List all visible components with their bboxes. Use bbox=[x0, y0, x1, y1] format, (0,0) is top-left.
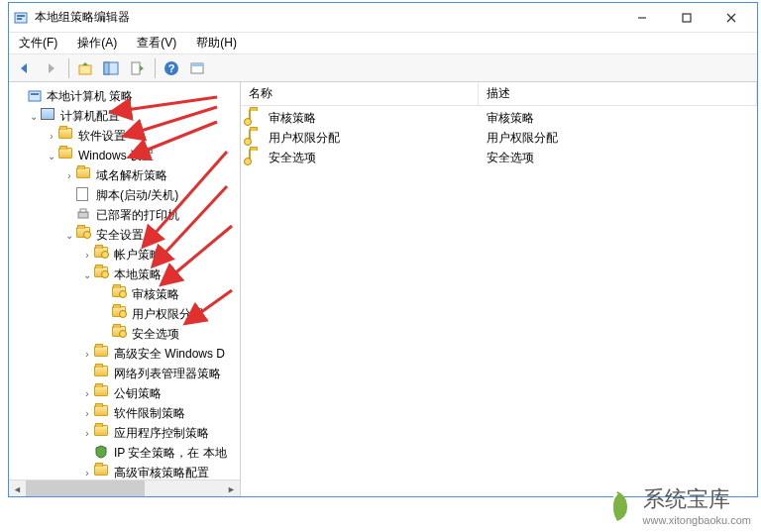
watermark-logo-icon bbox=[599, 487, 635, 523]
tree-network-list[interactable]: 网络列表管理器策略 bbox=[9, 364, 240, 383]
forward-button[interactable] bbox=[39, 56, 62, 80]
tree-software-restrict[interactable]: › 软件限制策略 bbox=[9, 403, 240, 423]
svg-rect-4 bbox=[683, 14, 691, 22]
tree-panel[interactable]: 本地计算机 策略 ⌄ 计算机配置 › 软件设置 ⌄ Windows 设置 › 域… bbox=[9, 82, 241, 496]
properties-button[interactable] bbox=[185, 56, 209, 80]
chevron-right-icon[interactable]: › bbox=[45, 129, 58, 143]
content-area: 本地计算机 策略 ⌄ 计算机配置 › 软件设置 ⌄ Windows 设置 › 域… bbox=[9, 82, 757, 496]
chevron-right-icon[interactable]: › bbox=[80, 248, 94, 262]
tree-audit-policy[interactable]: 审核策略 bbox=[9, 284, 240, 304]
folder-icon bbox=[58, 148, 74, 163]
list-row[interactable]: 安全选项安全选项 bbox=[241, 148, 757, 167]
folder-icon bbox=[94, 385, 110, 401]
list-body: 审核策略审核策略用户权限分配用户权限分配安全选项安全选项 bbox=[241, 106, 757, 169]
folder-icon bbox=[112, 306, 128, 322]
policy-icon bbox=[27, 88, 43, 104]
scroll-thumb[interactable] bbox=[26, 480, 145, 496]
expander-icon[interactable] bbox=[13, 89, 27, 103]
printer-icon bbox=[76, 207, 92, 223]
svg-rect-10 bbox=[132, 62, 140, 74]
maximize-button[interactable] bbox=[664, 4, 708, 32]
tree-local-policies[interactable]: ⌄ 本地策略 bbox=[9, 265, 240, 284]
shield-icon bbox=[94, 445, 110, 461]
svg-rect-16 bbox=[31, 93, 39, 95]
column-name[interactable]: 名称 bbox=[241, 82, 479, 105]
list-row[interactable]: 审核策略审核策略 bbox=[241, 108, 757, 128]
menu-action[interactable]: 操作(A) bbox=[73, 33, 121, 53]
cell-desc: 安全选项 bbox=[487, 150, 534, 166]
tree-security-options[interactable]: 安全选项 bbox=[9, 324, 240, 344]
back-button[interactable] bbox=[13, 56, 37, 80]
svg-rect-17 bbox=[78, 212, 88, 218]
toolbar-separator bbox=[68, 58, 69, 78]
menubar: 文件(F) 操作(A) 查看(V) 帮助(H) bbox=[9, 33, 757, 54]
tree-label: 脚本(启动/关机) bbox=[96, 187, 178, 204]
show-hide-tree-button[interactable] bbox=[99, 56, 123, 80]
tree-label: 本地计算机 策略 bbox=[47, 88, 133, 105]
chevron-down-icon[interactable]: ⌄ bbox=[45, 149, 58, 162]
chevron-right-icon[interactable]: › bbox=[80, 386, 94, 400]
tree-computer-config[interactable]: ⌄ 计算机配置 bbox=[9, 106, 240, 126]
menu-file[interactable]: 文件(F) bbox=[15, 33, 61, 53]
tree-label: 计算机配置 bbox=[60, 108, 120, 125]
tree-ip-security[interactable]: IP 安全策略，在 本地 bbox=[9, 443, 240, 463]
column-desc[interactable]: 描述 bbox=[479, 82, 757, 105]
folder-icon bbox=[76, 167, 92, 183]
computer-icon bbox=[41, 108, 56, 124]
cell-name: 审核策略 bbox=[269, 110, 316, 127]
tree-software-settings[interactable]: › 软件设置 bbox=[9, 126, 240, 146]
folder-icon bbox=[94, 266, 110, 282]
tree-root[interactable]: 本地计算机 策略 bbox=[9, 86, 240, 106]
chevron-right-icon[interactable]: › bbox=[80, 466, 94, 479]
export-button[interactable] bbox=[125, 56, 149, 80]
script-icon bbox=[76, 187, 92, 203]
watermark: 系统宝库 www.xitongbaoku.com bbox=[599, 484, 751, 526]
tree-app-control[interactable]: › 应用程序控制策略 bbox=[9, 423, 240, 443]
help-button[interactable]: ? bbox=[160, 56, 183, 80]
tree-label: IP 安全策略，在 本地 bbox=[114, 445, 227, 462]
scroll-right-icon[interactable]: ► bbox=[223, 480, 240, 496]
menu-help[interactable]: 帮助(H) bbox=[192, 33, 241, 53]
up-button[interactable] bbox=[73, 56, 97, 80]
tree-label: 软件设置 bbox=[78, 128, 126, 145]
security-icon bbox=[76, 227, 92, 243]
tree-label: 域名解析策略 bbox=[96, 167, 167, 184]
chevron-down-icon[interactable]: ⌄ bbox=[80, 267, 94, 281]
tree-dns-policy[interactable]: › 域名解析策略 bbox=[9, 165, 240, 185]
tree-label: 软件限制策略 bbox=[114, 405, 185, 422]
tree-account-policies[interactable]: › 帐户策略 bbox=[9, 245, 240, 265]
folder-icon bbox=[94, 247, 110, 263]
menu-view[interactable]: 查看(V) bbox=[133, 33, 180, 53]
svg-rect-9 bbox=[104, 62, 109, 74]
horizontal-scrollbar[interactable]: ◄ ► bbox=[9, 479, 240, 496]
chevron-right-icon[interactable]: › bbox=[80, 347, 94, 361]
tree-label: 审核策略 bbox=[132, 286, 179, 303]
minimize-button[interactable] bbox=[619, 4, 664, 32]
chevron-right-icon[interactable]: › bbox=[80, 426, 94, 440]
tree-scripts[interactable]: 脚本(启动/关机) bbox=[9, 185, 240, 205]
tree-advanced-windows[interactable]: › 高级安全 Windows D bbox=[9, 344, 240, 364]
tree-user-rights[interactable]: 用户权限分配 bbox=[9, 304, 240, 324]
tree-label: 高级审核策略配置 bbox=[114, 465, 209, 481]
cell-name: 用户权限分配 bbox=[269, 130, 340, 147]
cell-desc: 用户权限分配 bbox=[487, 130, 558, 147]
tree-deployed-printers[interactable]: 已部署的打印机 bbox=[9, 205, 240, 225]
chevron-down-icon[interactable]: ⌄ bbox=[62, 228, 76, 242]
list-panel[interactable]: 名称 描述 审核策略审核策略用户权限分配用户权限分配安全选项安全选项 bbox=[241, 82, 757, 496]
folder-icon bbox=[112, 286, 128, 302]
scroll-left-icon[interactable]: ◄ bbox=[9, 480, 26, 496]
tree-security-settings[interactable]: ⌄ 安全设置 bbox=[9, 225, 240, 245]
tree-label: 应用程序控制策略 bbox=[114, 425, 209, 442]
folder-icon bbox=[94, 425, 110, 441]
svg-rect-14 bbox=[191, 63, 203, 66]
chevron-right-icon[interactable]: › bbox=[62, 168, 76, 182]
chevron-down-icon[interactable]: ⌄ bbox=[27, 109, 41, 123]
tree-public-key[interactable]: › 公钥策略 bbox=[9, 383, 240, 403]
list-row[interactable]: 用户权限分配用户权限分配 bbox=[241, 128, 757, 148]
tree-windows-settings[interactable]: ⌄ Windows 设置 bbox=[9, 146, 240, 165]
svg-rect-1 bbox=[17, 15, 25, 17]
chevron-right-icon[interactable]: › bbox=[80, 406, 94, 420]
app-icon bbox=[13, 10, 29, 26]
tree-label: 本地策略 bbox=[114, 266, 162, 283]
close-button[interactable] bbox=[708, 4, 753, 32]
